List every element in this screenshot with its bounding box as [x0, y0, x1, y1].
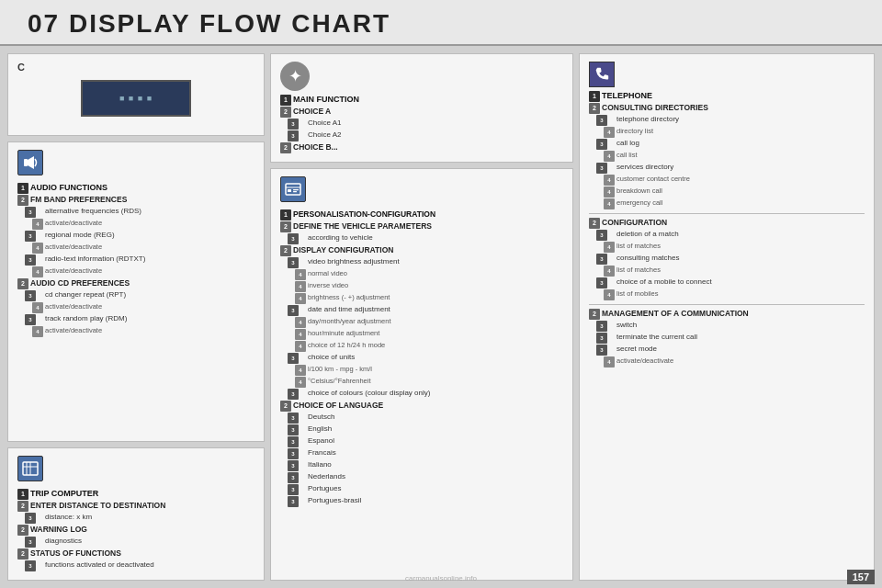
main-lvl2b: 2 CHOICE B... [280, 142, 563, 153]
trip-lvl1: 1 TRIP COMPUTER [17, 489, 254, 500]
svg-rect-6 [286, 184, 300, 195]
trip-lvl2c: 2 STATUS OF FUNCTIONS [17, 548, 254, 560]
audio-lvl3a: 3 alternative frequencies (RDS) [17, 207, 254, 218]
left-column: C ■ ■ ■ ■ 1 [7, 53, 265, 581]
center-column: ✦ 1 MAIN FUNCTION 2 CHOICE A 3 Choice A1 [270, 53, 573, 581]
main-lvl2a: 2 CHOICE A [280, 107, 563, 118]
main-lvl3b: 3 Choice A2 [280, 130, 563, 141]
display-image: ■ ■ ■ ■ [81, 80, 191, 117]
pers-lvl1: 1 PERSONALISATION-CONFIGURATION [280, 209, 563, 220]
telephone-panel: 1 TELEPHONE 2 CONSULTING DIRECTORIES 3 t… [579, 53, 875, 581]
audio-lvl4c: 4 activate/deactivate [17, 266, 254, 277]
page-header: 07 DISPLAY FLOW CHART [0, 0, 882, 46]
main-function-panel: ✦ 1 MAIN FUNCTION 2 CHOICE A 3 Choice A1 [270, 53, 573, 163]
audio-lvl1: 1 AUDIO FUNCTIONS [17, 183, 254, 194]
page-title: 07 DISPLAY FLOW CHART [28, 9, 864, 39]
main-lvl3a: 3 Choice A1 [280, 119, 563, 130]
tel-lvl1: 1 TELEPHONE [589, 91, 865, 102]
trip-lvl2a: 2 ENTER DISTANCE TO DESTINATION [17, 501, 254, 512]
trip-computer-panel: 1 TRIP COMPUTER 2 ENTER DISTANCE TO DEST… [7, 447, 265, 581]
trip-lvl2b: 2 WARNING LOG [17, 525, 254, 536]
watermark: carmanualsonline.info [405, 574, 477, 582]
personalisation-icon [280, 176, 306, 202]
svg-marker-1 [28, 156, 34, 169]
phone-icon [589, 62, 615, 87]
audio-lvl2b: 2 AUDIO CD PREFERENCES [17, 278, 254, 289]
right-column: 1 TELEPHONE 2 CONSULTING DIRECTORIES 3 t… [579, 53, 875, 581]
audio-lvl4b: 4 activate/deactivate [17, 243, 254, 254]
audio-lvl2a: 2 FM BAND PREFERENCES [17, 195, 254, 206]
svg-rect-10 [293, 191, 297, 192]
audio-functions-panel: 1 AUDIO FUNCTIONS 2 FM BAND PREFERENCES … [7, 141, 265, 442]
trip-icon [17, 456, 43, 481]
trip-lvl3c: 3 functions activated or deactivated [17, 560, 254, 571]
star-icon: ✦ [280, 62, 310, 91]
personalisation-panel: 1 PERSONALISATION-CONFIGURATION 2 DEFINE… [270, 168, 573, 581]
audio-lvl3d: 3 cd changer repeat (RPT) [17, 290, 254, 301]
audio-lvl3b: 3 regional mode (REG) [17, 231, 254, 242]
trip-lvl3a: 3 distance: x km [17, 513, 254, 524]
page-number: 157 [847, 570, 875, 584]
audio-lvl4a: 4 activate/deactivate [17, 219, 254, 230]
top-display-panel: C ■ ■ ■ ■ [7, 53, 265, 136]
svg-rect-9 [293, 189, 299, 190]
audio-lvl3e: 3 track random play (RDM) [17, 314, 254, 325]
audio-lvl4e: 4 activate/deactivate [17, 326, 254, 337]
svg-rect-0 [24, 159, 28, 166]
audio-icon [17, 150, 43, 175]
audio-lvl4d: 4 activate/deactivate [17, 302, 254, 313]
trip-lvl3b: 3 diagnostics [17, 537, 254, 548]
main-lvl1: 1 MAIN FUNCTION [280, 95, 563, 106]
audio-lvl3c: 3 radio-text information (RDTXT) [17, 254, 254, 266]
svg-rect-8 [288, 189, 291, 192]
c-label: C [17, 62, 254, 73]
